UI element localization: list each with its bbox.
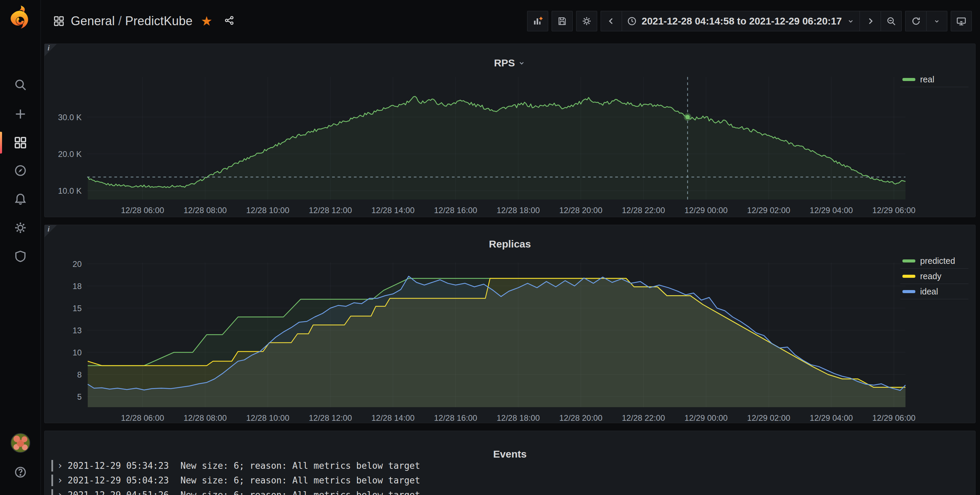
replicas-chart[interactable]: 12/28 06:0012/28 08:0012/28 10:0012/28 1… <box>45 225 976 423</box>
grafana-dashboard: General/PredictKube ★ <box>0 0 980 495</box>
time-range-forward-button[interactable] <box>859 11 881 31</box>
sidebar-item-help[interactable] <box>0 460 41 484</box>
chevron-down-icon <box>933 18 940 25</box>
y-axis-label: 20.0 K <box>58 150 82 159</box>
dashboards-icon <box>14 136 27 150</box>
x-axis-label: 12/28 20:00 <box>559 413 603 422</box>
top-navigation-bar: General/PredictKube ★ <box>41 0 980 42</box>
share-icon[interactable] <box>224 15 235 27</box>
x-axis-label: 12/28 22:00 <box>622 413 665 422</box>
dashboard-settings-button[interactable] <box>576 11 597 31</box>
clock-icon <box>627 16 637 26</box>
x-axis-label: 12/28 18:00 <box>497 205 540 215</box>
log-row[interactable]: ›2021-12-29 05:34:23New size: 6; reason:… <box>51 458 969 473</box>
x-axis-label: 12/28 18:00 <box>497 413 540 422</box>
grafana-logo[interactable] <box>8 5 33 31</box>
y-axis-label: 15 <box>73 304 82 313</box>
zoom-out-time-button[interactable] <box>881 11 902 31</box>
panel-rps: i RPS real 12/28 06:0012/28 08:0012/28 1… <box>44 44 975 217</box>
gear-icon <box>14 221 27 234</box>
bell-icon <box>14 192 27 205</box>
chevron-right-icon <box>865 16 875 26</box>
x-axis-label: 12/28 08:00 <box>183 413 227 422</box>
log-row[interactable]: ›2021-12-29 04:51:26New size: 6; reason:… <box>51 487 969 495</box>
refresh-interval-button[interactable] <box>926 11 947 31</box>
expand-chevron-icon[interactable]: › <box>57 474 63 486</box>
log-message: New size: 6; reason: All metrics below t… <box>180 490 420 495</box>
log-timestamp: 2021-12-29 04:51:26 <box>68 490 169 495</box>
y-axis-label: 5 <box>77 392 82 401</box>
sidebar-item-configuration[interactable] <box>0 216 41 240</box>
gear-icon <box>582 16 592 26</box>
sidebar <box>0 0 41 495</box>
time-picker-group: 2021-12-28 04:14:58 to 2021-12-29 06:20:… <box>601 11 902 31</box>
y-axis-label: 8 <box>77 370 82 379</box>
expand-chevron-icon[interactable]: › <box>57 460 63 471</box>
log-level-bar <box>51 474 53 486</box>
rps-chart[interactable]: 12/28 06:0012/28 08:0012/28 10:0012/28 1… <box>45 44 976 218</box>
compass-icon <box>14 164 27 177</box>
x-axis-label: 12/29 02:00 <box>747 205 791 215</box>
log-message: New size: 6; reason: All metrics below t… <box>180 461 420 471</box>
x-axis-label: 12/28 20:00 <box>559 205 603 215</box>
y-axis-label: 10.0 K <box>58 186 82 196</box>
breadcrumb-text[interactable]: General/PredictKube <box>71 14 192 28</box>
x-axis-label: 12/29 06:00 <box>872 413 916 422</box>
sidebar-item-search[interactable] <box>0 73 41 97</box>
x-axis-label: 12/28 16:00 <box>434 413 477 422</box>
x-axis-label: 12/29 06:00 <box>872 205 916 215</box>
log-level-bar <box>51 460 53 471</box>
sidebar-item-explore[interactable] <box>0 159 41 183</box>
sidebar-item-alerting[interactable] <box>0 187 41 211</box>
refresh-button[interactable] <box>905 11 926 31</box>
x-axis-label: 12/28 10:00 <box>246 205 289 215</box>
y-axis-label: 18 <box>73 282 82 291</box>
expand-chevron-icon[interactable]: › <box>57 489 63 495</box>
save-icon <box>557 16 567 26</box>
sidebar-item-server-admin[interactable] <box>0 244 41 268</box>
y-axis-label: 13 <box>73 326 82 335</box>
time-range-back-button[interactable] <box>601 11 622 31</box>
refresh-icon <box>911 16 921 26</box>
x-axis-label: 12/28 06:00 <box>121 413 164 422</box>
add-panel-button[interactable] <box>527 11 548 31</box>
x-axis-label: 12/28 14:00 <box>371 413 414 422</box>
chevron-left-icon <box>606 16 616 26</box>
y-axis-label: 20 <box>73 259 82 269</box>
star-icon[interactable]: ★ <box>201 14 212 27</box>
events-log-list: ›2021-12-29 05:34:23New size: 6; reason:… <box>51 458 969 495</box>
cycle-view-button[interactable] <box>951 11 972 31</box>
dashboards-icon <box>53 15 65 27</box>
time-range-text: 2021-12-28 04:14:58 to 2021-12-29 06:20:… <box>642 16 842 27</box>
breadcrumb-page[interactable]: PredictKube <box>125 14 192 28</box>
x-axis-label: 12/28 06:00 <box>121 205 164 215</box>
x-axis-label: 12/28 14:00 <box>371 205 414 215</box>
log-timestamp: 2021-12-29 05:04:23 <box>68 475 169 485</box>
sidebar-item-create[interactable] <box>0 102 41 126</box>
panel-replicas: i Replicas predictedreadyideal 12/28 06:… <box>44 225 975 423</box>
avatar[interactable] <box>11 433 30 453</box>
x-axis-label: 12/28 12:00 <box>309 205 352 215</box>
y-axis-label: 10 <box>73 348 82 357</box>
sidebar-item-dashboards[interactable] <box>0 131 41 154</box>
log-row[interactable]: ›2021-12-29 05:04:23New size: 6; reason:… <box>51 473 969 487</box>
breadcrumb-section[interactable]: General <box>71 14 115 28</box>
monitor-icon <box>956 16 966 26</box>
x-axis-label: 12/29 02:00 <box>747 413 791 422</box>
dashboard-toolbar: 2021-12-28 04:14:58 to 2021-12-29 06:20:… <box>527 11 972 31</box>
x-axis-label: 12/28 10:00 <box>246 413 289 422</box>
chevron-down-icon <box>846 17 855 25</box>
help-icon <box>14 465 27 479</box>
shield-icon <box>14 250 27 263</box>
add-panel-icon <box>533 16 543 26</box>
time-range-picker-button[interactable]: 2021-12-28 04:14:58 to 2021-12-29 06:20:… <box>622 11 859 31</box>
x-axis-label: 12/29 04:00 <box>810 413 853 422</box>
x-axis-label: 12/28 12:00 <box>309 413 352 422</box>
zoom-out-icon <box>886 16 896 26</box>
x-axis-label: 12/28 08:00 <box>183 205 227 215</box>
save-dashboard-button[interactable] <box>552 11 573 31</box>
x-axis-label: 12/28 16:00 <box>434 205 477 215</box>
x-axis-label: 12/29 00:00 <box>685 413 728 422</box>
x-axis-label: 12/29 04:00 <box>810 205 853 215</box>
breadcrumb-separator: / <box>118 14 121 28</box>
